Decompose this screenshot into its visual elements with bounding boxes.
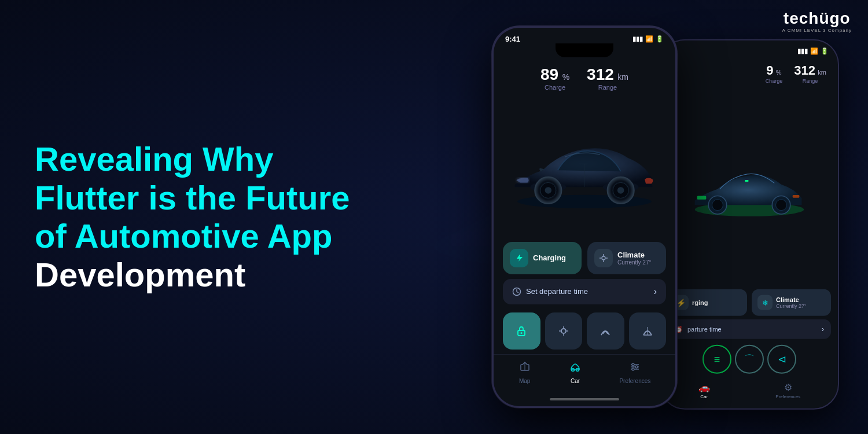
battery-icon-back: 🔋 [821,47,829,55]
qa-headlight-back[interactable]: ≡ [703,345,731,374]
headlight-icon-front [557,325,570,337]
climate-icon-front [594,249,613,267]
nav-car-icon-front [569,361,582,376]
clock-icon-front [512,287,521,296]
svg-point-25 [602,256,605,260]
logo-text: techügo [784,10,851,27]
climate-text-back: Climate Currently 27° [776,296,807,309]
nav-prefs-label-back: Preferences [775,394,800,399]
headline: Revealing Why Flutter is the Future of A… [35,140,350,295]
departure-label-front: Set departure time [526,287,588,296]
nav-prefs-front[interactable]: Preferences [619,361,650,384]
control-row-front: Charging Climate Currently 27° [494,237,675,279]
qa-headlight-front[interactable] [545,312,583,350]
range-value-front: 312 [587,65,614,83]
svg-point-34 [521,332,523,334]
charging-btn-front[interactable]: Charging [503,242,582,274]
svg-point-24 [617,187,624,194]
phone-back-screen: ▮▮▮ 📶 🔋 9 % Charge 312 km [661,41,838,409]
climate-sub-front: Currently 27° [617,259,651,266]
climate-btn-back[interactable]: ❄ Climate Currently 27° [752,289,831,316]
headline-line2: Flutter is the Future [35,178,350,217]
qa-lock-front[interactable] [503,312,540,350]
nav-car-front[interactable]: Car [569,361,582,384]
control-row-back: ⚡ rging ❄ Climate Currently 27° [661,286,838,319]
departure-label-back: parture time [687,326,722,333]
car-image-back [661,87,838,286]
phone-front-screen: 9:41 ▮▮▮ 📶 🔋 89 % Charge [494,28,675,406]
range-value-back: 312 [794,63,815,78]
climate-label-front: Climate [617,251,651,259]
charging-label-back: rging [692,299,708,306]
svg-point-9 [712,199,723,210]
status-icons-front: ▮▮▮ 📶 🔋 [632,35,664,43]
headline-line3: of Automotive App [35,217,350,256]
wipers-icon-front [599,325,612,337]
range-stat-back: 312 km Range [794,63,826,84]
wifi-icon-back: 📶 [810,47,818,55]
svg-point-21 [545,187,552,194]
charging-icon-front [510,249,528,267]
charge-unit-back: % [776,69,782,76]
mirror-icon-front [641,325,654,337]
status-bar-back: ▮▮▮ 📶 🔋 [661,41,838,57]
left-content: Revealing Why Flutter is the Future of A… [35,140,350,295]
range-label-front: Range [587,84,628,91]
car-stats-front: 89 % Charge 312 km Range [494,57,675,95]
home-indicator-front [550,398,619,400]
logo-subtitle: A CMMI LEVEL 3 Company [782,28,852,33]
charging-label-front: Charging [533,253,566,262]
qa-wipers-back[interactable]: ⌒ [735,345,764,374]
lock-icon-front [515,325,528,337]
logo: techügo A CMMI LEVEL 3 Company [782,10,852,33]
nav-map-front[interactable]: Map [518,361,531,384]
charging-btn-back[interactable]: ⚡ rging [668,289,747,316]
departure-left-front: Set departure time [512,287,588,296]
charging-text-back: rging [692,299,708,306]
svg-point-46 [635,366,638,368]
nav-map-label-front: Map [519,378,530,384]
phone-front: 9:41 ▮▮▮ 📶 🔋 89 % Charge [492,26,677,408]
phone-back: ▮▮▮ 📶 🔋 9 % Charge 312 km [660,39,839,410]
range-unit-front: km [617,72,628,82]
climate-btn-front[interactable]: Climate Currently 27° [587,242,666,274]
nav-prefs-icon-back: ⚙ [784,382,792,393]
qa-wipers-front[interactable] [587,312,624,350]
bottom-nav-back: 🚗 Car ⚙ Preferences [661,377,838,409]
wifi-icon-front: 📶 [645,35,653,43]
charge-stat-back: 9 % Charge [766,63,783,84]
charge-stat-front: 89 % Charge [540,67,569,91]
quick-actions-back: ≡ ⌒ ⊲ [661,343,838,377]
departure-arrow-front: › [654,286,657,297]
svg-rect-12 [697,196,707,199]
qa-mirror-back[interactable]: ⊲ [767,345,796,374]
phones-container: ▮▮▮ 📶 🔋 9 % Charge 312 km [446,0,851,434]
car-stats-back: 9 % Charge 312 km Range [661,57,838,87]
departure-row-front[interactable]: Set departure time › [503,279,666,304]
svg-point-35 [561,329,566,333]
quick-actions-front [494,309,675,355]
nav-car-back[interactable]: 🚗 Car [698,382,710,399]
qa-mirror-front[interactable] [629,312,667,350]
climate-label-back: Climate [776,296,807,303]
status-icons-back: ▮▮▮ 📶 🔋 [797,47,829,55]
departure-row-back[interactable]: ⏰ parture time › [668,319,831,339]
climate-text-front: Climate Currently 27° [617,251,651,266]
charge-unit-front: % [562,72,569,82]
svg-rect-13 [793,194,800,197]
nav-car-icon-back: 🚗 [698,382,710,393]
nav-prefs-label-front: Preferences [619,378,650,384]
range-label-back: Range [794,78,826,84]
nav-prefs-back[interactable]: ⚙ Preferences [775,382,800,399]
range-unit-back: km [818,69,826,76]
charging-text-front: Charging [533,253,566,262]
nav-car-label-back: Car [700,394,708,399]
headline-line4: Development [35,256,350,295]
time-display: 9:41 [505,35,520,43]
headline-line1: Revealing Why [35,140,350,179]
battery-icon-front: 🔋 [656,35,664,43]
svg-point-47 [632,368,634,370]
charge-label-front: Charge [540,84,569,91]
nav-car-label-front: Car [571,378,580,384]
svg-line-32 [517,292,518,293]
